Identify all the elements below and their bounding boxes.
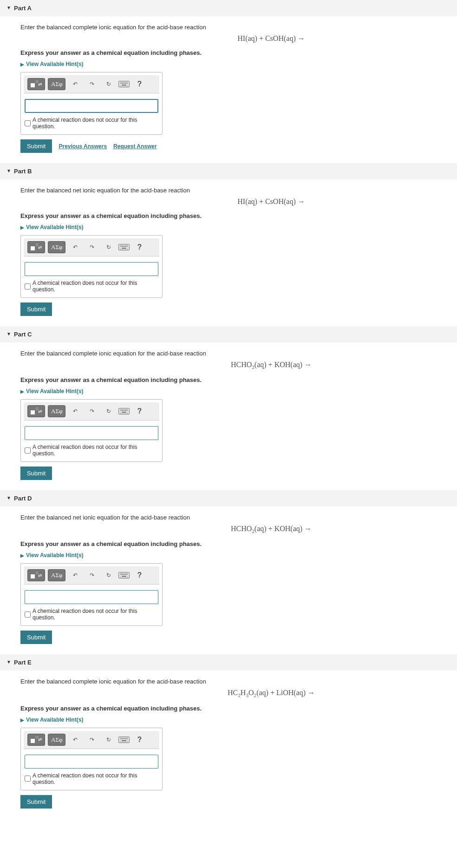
greek-symbols-button[interactable]: ΑΣφ xyxy=(48,241,65,253)
undo-button[interactable]: ↶ xyxy=(68,405,82,417)
svg-rect-31 xyxy=(124,738,124,739)
redo-button[interactable]: ↷ xyxy=(85,78,99,90)
svg-rect-22 xyxy=(121,574,122,575)
equation-toolbar: □ ⇌ ΑΣφ ↶ ↷ ↻ ? xyxy=(24,731,159,749)
greek-symbols-button[interactable]: ΑΣφ xyxy=(48,78,65,90)
submit-button[interactable]: Submit xyxy=(20,139,52,153)
collapse-caret-icon: ▼ xyxy=(7,168,11,173)
part-header[interactable]: ▼ Part B xyxy=(0,163,457,179)
answer-instruction: Express your answer as a chemical equati… xyxy=(20,705,450,712)
undo-button[interactable]: ↶ xyxy=(68,734,82,746)
reset-button[interactable]: ↻ xyxy=(102,734,116,746)
view-hints-link[interactable]: ▶View Available Hint(s) xyxy=(20,224,450,230)
part-header[interactable]: ▼ Part C xyxy=(0,326,457,342)
greek-symbols-button[interactable]: ΑΣφ xyxy=(48,405,65,417)
part-body: Enter the balanced net ionic equation fo… xyxy=(0,506,457,654)
previous-answers-link[interactable]: Previous Answers xyxy=(59,143,107,150)
svg-rect-20 xyxy=(122,412,126,413)
svg-rect-11 xyxy=(125,246,126,247)
reaction-equation: HC2H3O2(aq) + LiOH(aq) → xyxy=(20,689,346,698)
part-header[interactable]: ▼ Part E xyxy=(0,654,457,671)
hints-label: View Available Hint(s) xyxy=(26,224,84,230)
answer-input[interactable] xyxy=(25,262,158,276)
request-answer-link[interactable]: Request Answer xyxy=(113,143,157,150)
help-button[interactable]: ? xyxy=(132,569,146,581)
svg-rect-3 xyxy=(124,83,124,84)
keyboard-icon xyxy=(120,409,128,414)
submit-button[interactable]: Submit xyxy=(20,795,52,809)
part-title: Part A xyxy=(14,5,32,12)
view-hints-link[interactable]: ▶View Available Hint(s) xyxy=(20,61,450,67)
answer-input[interactable] xyxy=(25,755,158,769)
equation-toolbar: □ ⇌ ΑΣφ ↶ ↷ ↻ ? xyxy=(24,75,159,93)
help-button[interactable]: ? xyxy=(132,78,146,90)
part-body: Enter the balanced complete ionic equati… xyxy=(0,671,457,818)
undo-button[interactable]: ↶ xyxy=(68,241,82,253)
keyboard-icon xyxy=(120,245,128,250)
no-reaction-checkbox[interactable] xyxy=(25,612,31,618)
keyboard-button[interactable] xyxy=(118,244,130,250)
expand-right-icon: ▶ xyxy=(20,717,24,723)
no-reaction-checkbox[interactable] xyxy=(25,447,31,454)
part-header[interactable]: ▼ Part D xyxy=(0,490,457,506)
keyboard-icon xyxy=(120,737,128,742)
template-button[interactable]: □ ⇌ xyxy=(27,569,45,581)
no-reaction-checkbox[interactable] xyxy=(25,283,31,289)
template-button[interactable]: □ ⇌ xyxy=(27,241,45,253)
greek-symbols-button[interactable]: ΑΣφ xyxy=(48,569,65,581)
keyboard-button[interactable] xyxy=(118,408,130,414)
view-hints-link[interactable]: ▶View Available Hint(s) xyxy=(20,717,450,723)
reset-button[interactable]: ↻ xyxy=(102,78,116,90)
undo-button[interactable]: ↶ xyxy=(68,569,82,581)
redo-button[interactable]: ↷ xyxy=(85,734,99,746)
no-reaction-row[interactable]: A chemical reaction does not occur for t… xyxy=(21,772,162,790)
reaction-equation: HI(aq) + CsOH(aq) → xyxy=(20,197,346,206)
keyboard-button[interactable] xyxy=(118,81,130,87)
template-button[interactable]: □ ⇌ xyxy=(27,405,45,417)
keyboard-icon xyxy=(120,573,128,578)
view-hints-link[interactable]: ▶View Available Hint(s) xyxy=(20,388,450,395)
reset-button[interactable]: ↻ xyxy=(102,405,116,417)
help-button[interactable]: ? xyxy=(132,405,146,417)
help-button[interactable]: ? xyxy=(132,241,146,253)
part: ▼ Part EEnter the balanced complete ioni… xyxy=(0,654,457,818)
submit-button[interactable]: Submit xyxy=(20,302,52,316)
part-header[interactable]: ▼ Part A xyxy=(0,0,457,16)
submit-button[interactable]: Submit xyxy=(20,631,52,644)
no-reaction-row[interactable]: A chemical reaction does not occur for t… xyxy=(21,280,162,297)
reset-button[interactable]: ↻ xyxy=(102,241,116,253)
no-reaction-checkbox[interactable] xyxy=(25,776,31,782)
svg-rect-19 xyxy=(126,410,127,411)
svg-rect-25 xyxy=(125,574,126,575)
submit-button[interactable]: Submit xyxy=(20,467,52,480)
view-hints-link[interactable]: ▶View Available Hint(s) xyxy=(20,552,450,559)
help-button[interactable]: ? xyxy=(132,734,146,746)
answer-input[interactable] xyxy=(25,99,158,113)
no-reaction-row[interactable]: A chemical reaction does not occur for t… xyxy=(21,117,162,134)
template-button[interactable]: □ ⇌ xyxy=(27,78,45,90)
redo-button[interactable]: ↷ xyxy=(85,241,99,253)
answer-instruction: Express your answer as a chemical equati… xyxy=(20,540,450,547)
answer-input[interactable] xyxy=(25,590,158,604)
answer-input[interactable] xyxy=(25,426,158,440)
greek-symbols-button[interactable]: ΑΣφ xyxy=(48,734,65,746)
equation-toolbar: □ ⇌ ΑΣφ ↶ ↷ ↻ ? xyxy=(24,402,159,421)
actions-row: Submit xyxy=(20,467,450,480)
keyboard-button[interactable] xyxy=(118,736,130,743)
expand-right-icon: ▶ xyxy=(20,62,24,67)
svg-rect-7 xyxy=(120,245,128,250)
no-reaction-row[interactable]: A chemical reaction does not occur for t… xyxy=(21,608,162,625)
no-reaction-row[interactable]: A chemical reaction does not occur for t… xyxy=(21,444,162,461)
redo-button[interactable]: ↷ xyxy=(85,405,99,417)
redo-button[interactable]: ↷ xyxy=(85,569,99,581)
answer-instruction: Express your answer as a chemical equati… xyxy=(20,49,450,56)
svg-rect-21 xyxy=(120,573,128,578)
no-reaction-label: A chemical reaction does not occur for t… xyxy=(33,772,158,785)
template-button[interactable]: □ ⇌ xyxy=(27,734,45,746)
svg-rect-0 xyxy=(120,82,128,86)
keyboard-button[interactable] xyxy=(118,572,130,579)
undo-button[interactable]: ↶ xyxy=(68,78,82,90)
reset-button[interactable]: ↻ xyxy=(102,569,116,581)
collapse-caret-icon: ▼ xyxy=(7,331,11,336)
no-reaction-checkbox[interactable] xyxy=(25,120,31,126)
